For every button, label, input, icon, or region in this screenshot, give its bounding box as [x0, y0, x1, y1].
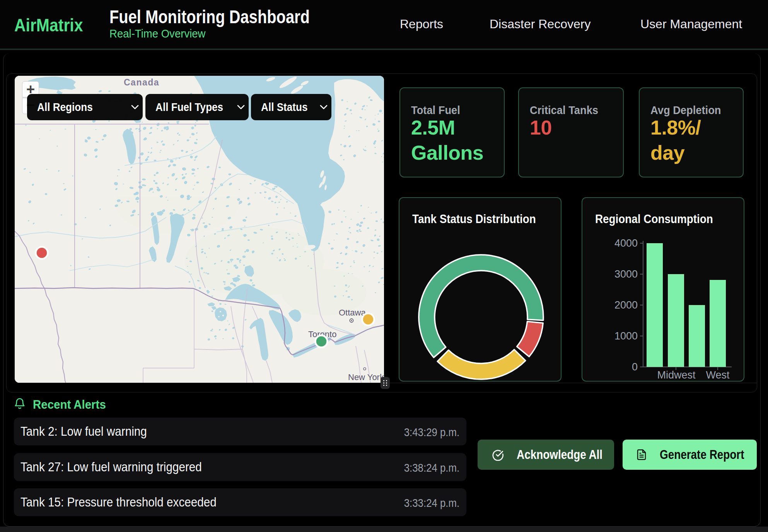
svg-text:1000: 1000 — [614, 330, 638, 342]
svg-text:Ottawa: Ottawa — [339, 308, 366, 317]
svg-text:2000: 2000 — [614, 299, 638, 311]
svg-text:West: West — [706, 369, 730, 381]
svg-text:0: 0 — [632, 361, 638, 373]
svg-text:3000: 3000 — [614, 268, 638, 280]
svg-text:New York: New York — [348, 372, 384, 382]
svg-text:Canada: Canada — [124, 77, 159, 87]
svg-text:Midwest: Midwest — [657, 369, 696, 381]
svg-text:4000: 4000 — [614, 237, 638, 249]
